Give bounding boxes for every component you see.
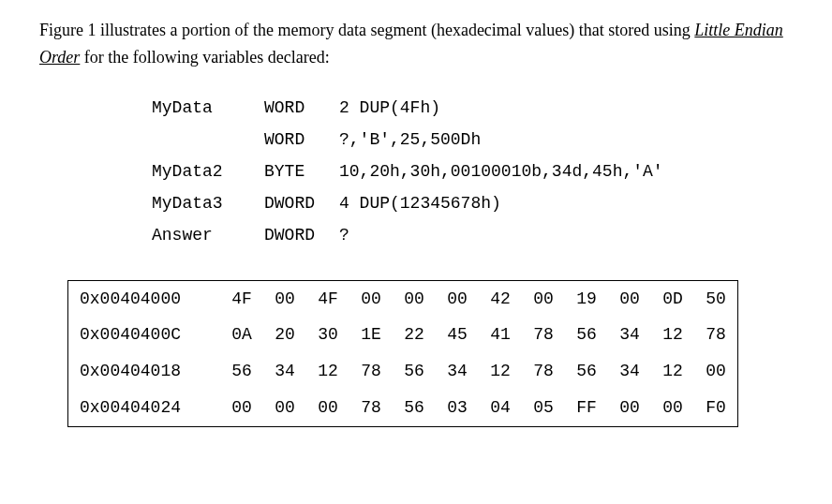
- declaration-name: MyData: [152, 92, 264, 124]
- memory-address: 0x00404000: [68, 280, 221, 317]
- memory-byte: 20: [263, 317, 306, 353]
- caption-prefix: Figure 1 illustrates a portion of the me…: [39, 21, 694, 39]
- memory-byte: 4F: [220, 280, 263, 317]
- declaration-type: WORD: [264, 92, 339, 124]
- memory-byte: 00: [436, 280, 479, 317]
- declaration-name: MyData3: [152, 187, 264, 219]
- memory-byte: 78: [349, 353, 393, 390]
- memory-byte: 50: [694, 280, 738, 317]
- memory-byte: 00: [651, 390, 694, 426]
- declaration-args: 4 DUP(12345678h): [339, 187, 811, 219]
- memory-address: 0x0040400C: [68, 317, 221, 353]
- memory-byte: 34: [608, 317, 651, 353]
- declaration-args: ?: [339, 219, 811, 251]
- memory-byte: 00: [349, 280, 393, 317]
- memory-byte: 42: [479, 280, 522, 317]
- declaration-type: WORD: [264, 124, 339, 156]
- memory-byte: 00: [393, 280, 436, 317]
- memory-byte: 12: [651, 317, 694, 353]
- memory-byte: 00: [263, 390, 306, 426]
- memory-byte: 56: [220, 353, 263, 390]
- declaration-type: BYTE: [264, 156, 339, 187]
- memory-address: 0x00404018: [68, 353, 221, 390]
- memory-byte: 78: [522, 317, 565, 353]
- declaration-row: Answer DWORD ?: [152, 219, 811, 251]
- memory-byte: 03: [436, 390, 479, 426]
- memory-row: 0x00404018 56 34 12 78 56 34 12 78 56 34…: [68, 353, 738, 390]
- memory-dump-table: 0x00404000 4F 00 4F 00 00 00 42 00 19 00…: [67, 280, 738, 427]
- memory-byte: 30: [306, 317, 349, 353]
- declaration-type: DWORD: [264, 219, 339, 251]
- memory-byte: 1E: [349, 317, 393, 353]
- figure-caption: Figure 1 illustrates a portion of the me…: [39, 17, 811, 71]
- memory-row: 0x00404024 00 00 00 78 56 03 04 05 FF 00…: [68, 390, 738, 426]
- memory-byte: 0A: [220, 317, 263, 353]
- memory-byte: 19: [565, 280, 608, 317]
- declaration-args: 10,20h,30h,00100010b,34d,45h,'A': [339, 156, 811, 187]
- memory-byte: 34: [608, 353, 651, 390]
- memory-byte: 00: [608, 280, 651, 317]
- declaration-name: MyData2: [152, 156, 264, 187]
- memory-byte: 00: [522, 280, 565, 317]
- memory-byte: 00: [694, 353, 738, 390]
- memory-row: 0x00404000 4F 00 4F 00 00 00 42 00 19 00…: [68, 280, 738, 317]
- memory-byte: 34: [436, 353, 479, 390]
- memory-byte: 00: [306, 390, 349, 426]
- declaration-row: MyData3 DWORD 4 DUP(12345678h): [152, 187, 811, 219]
- caption-suffix: for the following variables declared:: [84, 48, 330, 67]
- memory-byte: 56: [393, 353, 436, 390]
- memory-byte: 00: [220, 390, 263, 426]
- declaration-type: DWORD: [264, 187, 339, 219]
- memory-byte: 56: [393, 390, 436, 426]
- memory-byte: 05: [522, 390, 565, 426]
- declarations-block: MyData WORD 2 DUP(4Fh) WORD ?,'B',25,500…: [152, 92, 811, 252]
- memory-row: 0x0040400C 0A 20 30 1E 22 45 41 78 56 34…: [68, 317, 738, 353]
- memory-address: 0x00404024: [68, 390, 221, 426]
- memory-byte: 45: [436, 317, 479, 353]
- memory-byte: 00: [608, 390, 651, 426]
- declaration-name: [152, 124, 264, 156]
- memory-byte: 78: [522, 353, 565, 390]
- memory-byte: F0: [694, 390, 738, 426]
- memory-byte: 00: [263, 280, 306, 317]
- memory-byte: FF: [565, 390, 608, 426]
- memory-byte: 12: [479, 353, 522, 390]
- declaration-row: MyData2 BYTE 10,20h,30h,00100010b,34d,45…: [152, 156, 811, 187]
- declaration-row: WORD ?,'B',25,500Dh: [152, 124, 811, 156]
- memory-byte: 56: [565, 317, 608, 353]
- memory-byte: 78: [349, 390, 393, 426]
- memory-byte: 12: [306, 353, 349, 390]
- declaration-args: ?,'B',25,500Dh: [339, 124, 811, 156]
- memory-byte: 34: [263, 353, 306, 390]
- memory-byte: 0D: [651, 280, 694, 317]
- page-root: Figure 1 illustrates a portion of the me…: [0, 0, 832, 450]
- memory-byte: 56: [565, 353, 608, 390]
- memory-byte: 22: [393, 317, 436, 353]
- memory-byte: 78: [694, 317, 738, 353]
- memory-byte: 4F: [306, 280, 349, 317]
- declaration-row: MyData WORD 2 DUP(4Fh): [152, 92, 811, 124]
- memory-byte: 04: [479, 390, 522, 426]
- declaration-name: Answer: [152, 219, 264, 251]
- memory-byte: 12: [651, 353, 694, 390]
- memory-byte: 41: [479, 317, 522, 353]
- declaration-args: 2 DUP(4Fh): [339, 92, 811, 124]
